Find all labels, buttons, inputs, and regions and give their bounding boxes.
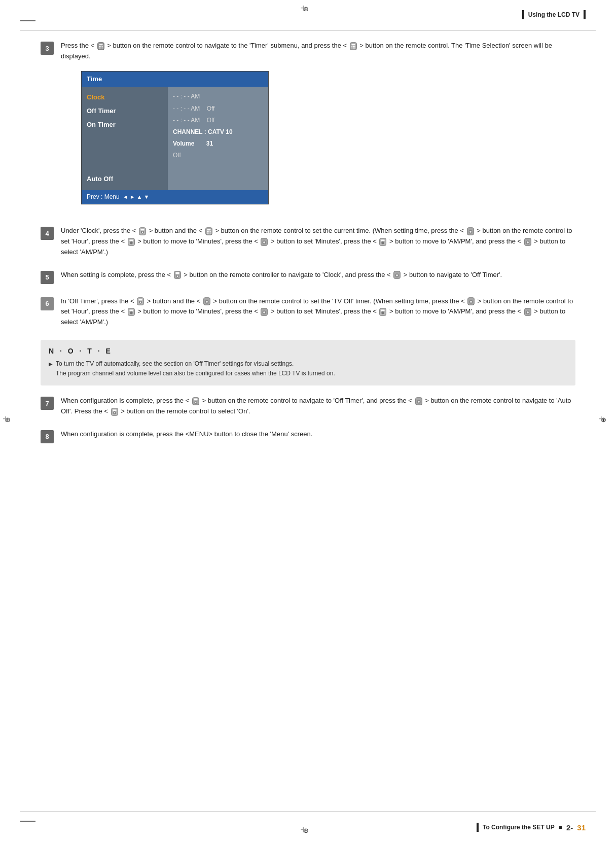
svg-point-39 [382, 241, 384, 244]
main-content: 3 Press the < > button on the remote con… [41, 41, 575, 801]
step-5-content: When setting is complete, press the < > … [61, 270, 575, 284]
page-header: Using the LCD TV [522, 10, 586, 19]
step5-btn-icon-b [392, 270, 402, 279]
svg-point-6 [100, 47, 101, 48]
crosshair-bottom: ⊕ [303, 827, 313, 837]
svg-rect-9 [351, 44, 355, 45]
svg-point-62 [130, 311, 132, 314]
svg-point-46 [176, 275, 178, 277]
menu-right-off-timer: - - : - - AM Off [173, 103, 263, 115]
svg-rect-51 [139, 299, 142, 301]
btn-icon-remote-b [349, 42, 358, 51]
svg-point-15 [354, 47, 355, 48]
crosshair-top: ⊕ [303, 5, 313, 15]
step-8-number: 8 [41, 430, 54, 443]
header-title: Using the LCD TV [528, 11, 579, 18]
step-5-number: 5 [41, 271, 54, 284]
step-6-number: 6 [41, 297, 54, 310]
svg-point-12 [354, 46, 355, 47]
menu-right-panel: - - : - - AM - - : - - AM Off - - : - - … [168, 87, 268, 190]
svg-point-7 [101, 47, 102, 48]
svg-rect-80 [113, 409, 116, 411]
footer-bullet: ■ [559, 824, 562, 831]
page-footer: To Configure the SET UP ■ 2-31 [477, 823, 586, 832]
step4-btn-icon-b [204, 227, 213, 236]
svg-point-49 [396, 274, 398, 276]
menu-item-spacer3 [87, 159, 163, 172]
step-5: 5 When setting is complete, press the < … [41, 270, 575, 284]
svg-rect-1 [99, 44, 102, 45]
svg-point-71 [527, 311, 529, 313]
svg-point-2 [99, 46, 100, 47]
note-title: N · O · T · E [49, 347, 567, 355]
step7-btn-icon-c [110, 407, 119, 416]
step-8: 8 When configuration is complete, press … [41, 429, 575, 443]
border-left-top [20, 20, 35, 21]
menu-item-spacer [87, 132, 163, 146]
menu-footer-label: Prev : Menu [87, 192, 120, 202]
border-bottom [20, 811, 596, 812]
step6-btn-icon-f [378, 307, 387, 317]
step-3: 3 Press the < > button on the remote con… [41, 41, 575, 214]
svg-rect-17 [140, 229, 144, 230]
header-line [522, 10, 524, 19]
step-8-content: When configuration is complete, press th… [61, 429, 575, 443]
step4-btn-icon-f [378, 237, 387, 247]
note-content: To turn the TV off automatically, see th… [49, 359, 567, 378]
note-box: N · O · T · E To turn the TV off automat… [41, 340, 575, 385]
svg-point-27 [209, 232, 210, 233]
svg-point-59 [470, 301, 472, 303]
svg-point-11 [353, 46, 354, 47]
step6-btn-icon-a [136, 297, 145, 306]
step6-btn-icon-d [127, 307, 136, 317]
step4-btn-icon-g [523, 237, 532, 247]
step-7-content: When configuration is complete, press th… [61, 396, 575, 417]
step4-btn-icon-e [260, 237, 269, 247]
svg-point-78 [418, 401, 420, 403]
svg-point-75 [195, 402, 197, 403]
step4-btn-icon-d [127, 237, 136, 247]
step-4-number: 4 [41, 227, 54, 240]
svg-point-14 [353, 47, 354, 48]
menu-title: Time [82, 72, 268, 87]
step6-btn-icon-e [260, 307, 269, 317]
svg-point-22 [207, 231, 208, 232]
menu-left-panel: Clock Off Timer On Timer Auto Off [82, 87, 168, 190]
menu-nav-arrows: ◄ ► ▲ ▼ [123, 193, 150, 202]
footer-page-prefix: 2- [566, 823, 573, 832]
svg-point-13 [351, 47, 352, 48]
svg-point-68 [382, 311, 384, 314]
menu-item-auto-off: Auto Off [87, 172, 163, 186]
step-4-content: Under 'Clock', press the < > button and … [61, 226, 575, 257]
step4-btn-icon-c [466, 227, 475, 236]
menu-right-off: Off [173, 150, 263, 161]
footer-page-number: 31 [577, 823, 586, 832]
menu-screenshot: Time Clock Off Timer On Timer Auto Off -… [81, 71, 269, 205]
svg-point-56 [206, 301, 208, 303]
svg-rect-44 [175, 272, 179, 274]
svg-point-19 [142, 231, 143, 233]
svg-rect-21 [207, 229, 210, 230]
svg-point-65 [264, 311, 266, 313]
svg-point-5 [99, 47, 100, 48]
border-left-bottom [20, 821, 35, 822]
crosshair-left: ⊕ [5, 416, 15, 426]
step4-btn-icon-a [138, 227, 147, 236]
step5-btn-icon-a [173, 270, 182, 279]
svg-point-4 [101, 46, 102, 47]
menu-right-clock-time: - - : - - AM [173, 91, 263, 102]
svg-rect-61 [129, 309, 133, 311]
svg-point-53 [140, 302, 141, 303]
menu-item-spacer2 [87, 146, 163, 159]
svg-point-26 [208, 232, 209, 233]
menu-right-volume: Volume 31 [173, 138, 263, 150]
step-3-content: Press the < > button on the remote contr… [61, 41, 575, 214]
svg-point-30 [469, 231, 472, 233]
btn-icon-remote-a [96, 42, 105, 51]
step6-btn-icon-b [202, 297, 211, 306]
svg-rect-38 [381, 239, 385, 241]
footer-line [477, 823, 479, 832]
note-line-1: To turn the TV off automatically, see th… [49, 359, 567, 378]
step7-btn-icon-b [414, 397, 423, 406]
step7-btn-icon-a [191, 397, 200, 406]
